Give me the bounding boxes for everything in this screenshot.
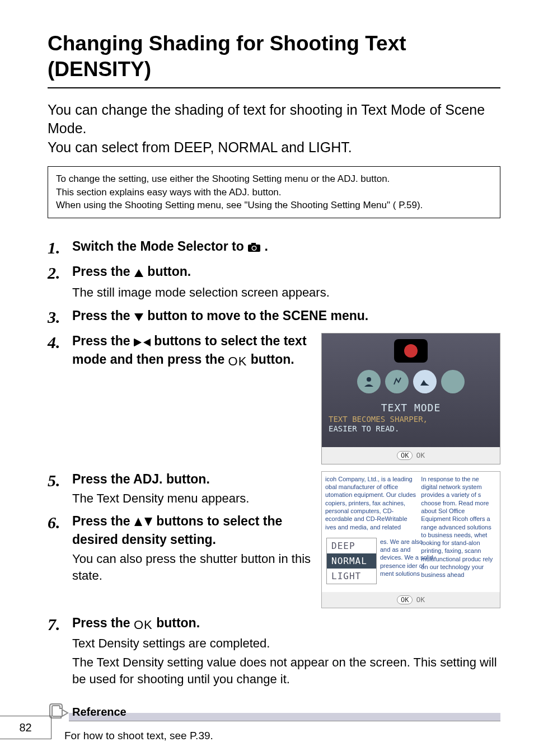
svg-marker-5 <box>134 313 143 321</box>
step-4-head-a: Press the <box>72 334 134 348</box>
reference-body: For how to shoot text, see P.39. <box>64 730 500 742</box>
ss2-opt-normal: NORMAL <box>327 553 376 569</box>
ok-text-icon-2: OK <box>134 617 153 633</box>
ss1-icon-row <box>322 370 500 393</box>
steps-list: 1. Switch the Mode Selector to . 2. Pres… <box>48 238 500 687</box>
note-box: To change the setting, use either the Sh… <box>48 166 500 218</box>
ss1-night-icon <box>441 370 465 393</box>
step-1-head-b: . <box>265 239 268 253</box>
ok-text-icon: OK <box>228 354 247 370</box>
step-2-head: Press the button. <box>72 264 500 282</box>
ss1-portrait-icon <box>357 370 381 393</box>
step-4: 4. Press the buttons to select the text … <box>48 333 500 464</box>
note-line-3: When using the Shooting Setting menu, se… <box>56 199 492 212</box>
ss1-desc-l2: EASIER TO READ. <box>329 424 399 433</box>
step-7-sub1: Text Density settings are completed. <box>72 635 500 652</box>
ss2-ok-text: OK <box>416 595 425 604</box>
intro-line1: You can change the shading of text for s… <box>48 102 485 137</box>
ss2-opt-deep: DEEP <box>327 538 376 553</box>
step-6-head-a: Press the <box>72 514 134 528</box>
ss1-ok-text: OK <box>416 451 425 459</box>
step-1-head: Switch the Mode Selector to . <box>72 238 500 257</box>
note-line-1: To change the setting, use either the Sh… <box>56 172 492 186</box>
step-3-head: Press the button to move to the SCENE me… <box>72 308 500 326</box>
svg-marker-10 <box>420 380 429 386</box>
svg-marker-7 <box>134 339 141 346</box>
step-3-num: 3. <box>48 308 72 326</box>
step-3: 3. Press the button to move to the SCENE… <box>48 308 500 326</box>
step-6-head: Press the buttons to select the desired … <box>72 513 311 548</box>
step-6-num: 6. <box>48 513 72 584</box>
page-number: 82 <box>0 716 51 739</box>
screenshot-density-menu: icoh Company, Ltd., is a leading obal ma… <box>321 471 500 608</box>
step-2-sub: The still image mode selection screen ap… <box>72 284 500 301</box>
step-5-head: Press the ADJ. button. <box>72 471 311 488</box>
svg-marker-11 <box>134 518 142 526</box>
step-2: 2. Press the button. The still image mod… <box>48 264 500 301</box>
ss2-opt-light: LIGHT <box>327 569 376 584</box>
step-6-sub: You can also press the shutter button in… <box>72 551 311 584</box>
ss2-ok-pill: OK <box>397 595 413 604</box>
intro-line2: You can select from DEEP, NORMAL and LIG… <box>48 139 352 155</box>
svg-marker-4 <box>134 269 143 277</box>
reference-title: Reference <box>69 703 500 721</box>
step-7-head: Press the OK button. <box>72 615 500 633</box>
ss1-desc: TEXT BECOMES SHARPER, EASIER TO READ. <box>329 415 493 434</box>
svg-point-9 <box>367 377 371 382</box>
ss2-bg-left: icoh Company, Ltd., is a leading obal ma… <box>325 475 419 531</box>
up-down-arrow-icon <box>134 515 153 532</box>
note-line-2: This section explains easy ways with the… <box>56 186 492 199</box>
step-7-num: 7. <box>48 615 72 688</box>
step-5-6-group: 5. Press the ADJ. button. The Text Densi… <box>48 471 500 608</box>
step-7-head-b: button. <box>156 616 200 630</box>
step-3-head-a: Press the <box>72 308 134 323</box>
step-2-head-a: Press the <box>72 264 134 279</box>
reference-box: Reference For how to shoot text, see P.3… <box>48 703 500 742</box>
step-1: 1. Switch the Mode Selector to . <box>48 238 500 257</box>
step-1-num: 1. <box>48 238 72 257</box>
step-7: 7. Press the OK button. Text Density set… <box>48 615 500 688</box>
down-arrow-icon <box>134 309 144 326</box>
svg-marker-12 <box>144 518 152 526</box>
up-arrow-icon <box>134 265 144 282</box>
ss1-landscape-icon <box>413 370 437 393</box>
step-4-head: Press the buttons to select the text mod… <box>72 333 311 369</box>
title-rule <box>48 87 500 88</box>
svg-point-3 <box>252 247 256 250</box>
camera-icon <box>247 240 261 257</box>
ss2-ok-bar: OK OK <box>322 592 500 608</box>
step-2-head-b: button. <box>147 264 191 279</box>
screenshot-text-mode: TEXT MODE TEXT BECOMES SHARPER, EASIER T… <box>321 333 500 464</box>
ss1-desc-l1: TEXT BECOMES SHARPER, <box>329 415 428 424</box>
ss2-option-box: DEEP NORMAL LIGHT <box>326 538 377 584</box>
intro-text: You can change the shading of text for s… <box>48 101 500 157</box>
ss1-camera-icon <box>394 339 428 363</box>
ss1-ok-pill: OK <box>397 451 413 460</box>
step-3-head-b: button to move to the SCENE menu. <box>147 308 368 323</box>
step-1-head-a: Switch the Mode Selector to <box>72 239 247 253</box>
svg-rect-1 <box>251 243 256 245</box>
step-2-num: 2. <box>48 264 72 301</box>
step-5-sub: The Text Density menu appears. <box>72 490 311 507</box>
ss2-side-text: es. We are also and as and devices. We a… <box>380 538 433 577</box>
step-7-head-a: Press the <box>72 616 134 630</box>
ss1-mode-label: TEXT MODE <box>322 402 500 414</box>
left-right-arrow-icon <box>134 335 151 351</box>
step-7-sub2: The Text Density setting value does not … <box>72 654 500 687</box>
page-title: Changing Shading for Shooting Text (DENS… <box>48 31 500 83</box>
step-4-head-c: button. <box>251 352 294 367</box>
svg-marker-8 <box>143 339 151 346</box>
ss1-ok-bar: OK OK <box>322 447 500 464</box>
ss1-sports-icon <box>385 370 409 393</box>
step-5-num: 5. <box>48 471 72 507</box>
step-4-num: 4. <box>48 333 72 464</box>
